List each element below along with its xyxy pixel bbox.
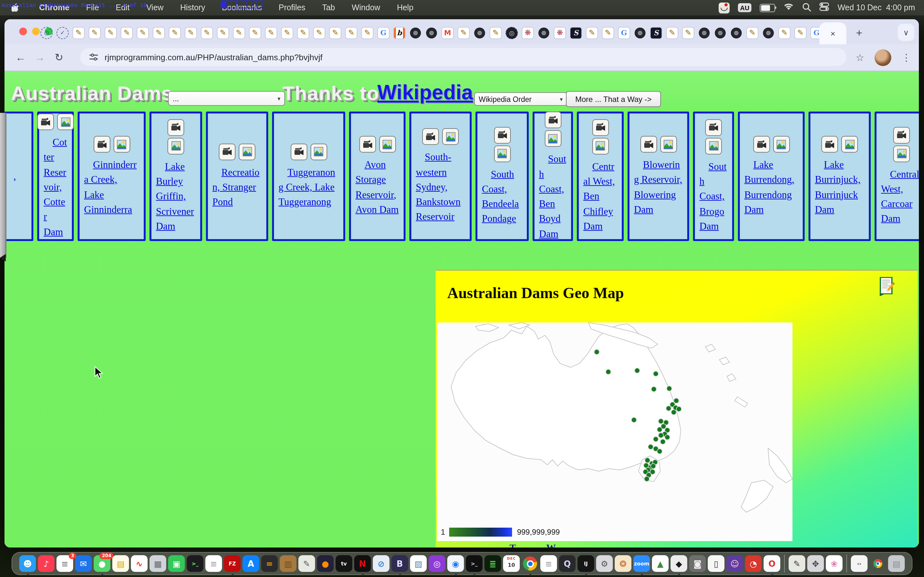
pinned-tab-pencil[interactable]: ✎ bbox=[263, 24, 279, 41]
battery-icon[interactable] bbox=[760, 3, 775, 12]
pinned-tab-chrome[interactable] bbox=[472, 24, 488, 41]
input-source-indicator[interactable]: AU bbox=[738, 3, 752, 12]
image-link-button[interactable] bbox=[310, 143, 327, 160]
pinned-tab-pencil[interactable]: ✎ bbox=[311, 24, 327, 41]
dock-icon-activity[interactable]: ∿ bbox=[131, 555, 148, 572]
pinned-tab-pencil[interactable]: ✎ bbox=[488, 24, 504, 41]
dock-icon-exec-window[interactable]: ≣ bbox=[485, 555, 501, 572]
browser-menu-icon[interactable]: ⋮ bbox=[901, 52, 911, 63]
dock-icon-image-viewer[interactable]: ▨ bbox=[410, 555, 427, 572]
dam-location-dot[interactable] bbox=[666, 406, 671, 411]
video-link-button[interactable] bbox=[544, 112, 561, 129]
pinned-tab-pencil[interactable]: ✎ bbox=[151, 24, 167, 41]
dock-icon-zoom[interactable]: zoom bbox=[633, 555, 650, 572]
dam-location-dot[interactable] bbox=[651, 387, 656, 392]
pinned-tab-pencil[interactable]: ✎ bbox=[776, 24, 792, 41]
dock-icon-opera[interactable]: O bbox=[764, 555, 780, 572]
pinned-tab-pencil[interactable]: ✎ bbox=[327, 24, 343, 41]
dam-link[interactable]: South Coast, Ben Boyd Dam bbox=[535, 152, 571, 241]
image-link-button[interactable] bbox=[113, 136, 130, 153]
dock-icon-firefox[interactable]: ● bbox=[317, 555, 334, 572]
pinned-tab-pencil[interactable]: ✎ bbox=[103, 24, 119, 41]
pinned-tab-pencil[interactable]: ✎ bbox=[183, 24, 199, 41]
reload-button[interactable]: ↻ bbox=[49, 51, 69, 63]
wifi-icon[interactable] bbox=[784, 3, 794, 13]
dam-link[interactable]: Lake Burrinjuck, Burrinjuck Dam bbox=[811, 157, 869, 217]
pinned-tab-pencil[interactable]: ✎ bbox=[87, 24, 103, 41]
dam-location-dot[interactable] bbox=[658, 419, 664, 424]
dam-location-dot[interactable] bbox=[676, 406, 682, 412]
dam-location-dot[interactable] bbox=[653, 371, 658, 376]
dam-location-dot[interactable] bbox=[644, 476, 649, 482]
pinned-tab-pencil[interactable]: ✎ bbox=[135, 24, 151, 41]
pinned-tab-pencil[interactable]: ✎ bbox=[215, 24, 231, 41]
video-link-button[interactable] bbox=[37, 113, 54, 130]
video-link-button[interactable] bbox=[753, 136, 770, 153]
image-link-button[interactable] bbox=[494, 145, 510, 162]
site-settings-icon[interactable] bbox=[89, 53, 98, 61]
dock-icon-notes[interactable]: ▤ bbox=[112, 555, 129, 572]
dam-location-dot[interactable] bbox=[657, 427, 662, 432]
dam-link[interactable]: Lake Burrendong, Burrendong Dam bbox=[740, 157, 803, 217]
menu-item-window[interactable]: Window bbox=[343, 3, 389, 12]
image-link-button[interactable] bbox=[168, 138, 184, 155]
dam-location-dot[interactable] bbox=[632, 417, 636, 422]
dock-icon-sketch[interactable]: ✎ bbox=[298, 555, 315, 572]
image-link-button[interactable] bbox=[773, 136, 790, 153]
pinned-tab-slack[interactable]: S bbox=[648, 24, 664, 41]
pinned-tab-chrome[interactable] bbox=[696, 24, 712, 41]
pinned-tab-chrome[interactable] bbox=[632, 24, 648, 41]
dam-link[interactable]: Lake Burley Griffin, Scrivener Dam bbox=[152, 159, 200, 234]
dock-icon-terminal[interactable]: >_ bbox=[187, 555, 204, 572]
app-status-icon[interactable] bbox=[719, 2, 730, 13]
menu-item-tab[interactable]: Tab bbox=[314, 3, 343, 12]
dam-location-dot[interactable] bbox=[645, 458, 650, 463]
pinned-tab-clock2[interactable]: ✓ bbox=[55, 24, 71, 41]
dock-icon-iphone-mirroring[interactable]: ▯ bbox=[708, 555, 724, 572]
pinned-tab-pencil[interactable]: ✎ bbox=[295, 24, 311, 41]
dock-icon-quicktime[interactable]: Q bbox=[559, 555, 575, 572]
dam-link[interactable]: Avon Storage Reservoir, Avon Dam bbox=[351, 157, 404, 217]
dam-location-dot[interactable] bbox=[658, 433, 664, 438]
dock-icon-podcasts[interactable]: ◎ bbox=[429, 555, 445, 572]
dock-icon-cartoon-app[interactable]: ☺ bbox=[726, 555, 743, 572]
image-link-button[interactable] bbox=[660, 136, 677, 153]
dam-link[interactable]: South-western Sydney, Bankstown Reservoi… bbox=[411, 150, 470, 224]
dock-icon-launchpad[interactable]: ▦ bbox=[150, 555, 166, 572]
australia-geo-map[interactable]: 1 999,999,999 bbox=[437, 322, 792, 541]
tab-search-button[interactable]: ∨ bbox=[898, 24, 914, 41]
image-link-button[interactable] bbox=[442, 129, 459, 145]
pinned-tab-pencil[interactable]: ✎ bbox=[359, 24, 375, 41]
image-link-button[interactable] bbox=[592, 138, 609, 155]
video-link-button[interactable] bbox=[219, 143, 236, 160]
image-link-button[interactable] bbox=[705, 138, 722, 155]
dock-icon-html-file[interactable]: ‹› bbox=[851, 555, 867, 572]
pinned-tab-gmail[interactable]: M bbox=[439, 24, 456, 41]
bookmark-star-icon[interactable]: ☆ bbox=[856, 52, 864, 63]
dam-location-dot[interactable] bbox=[657, 449, 662, 454]
dock-icon-terminal-2[interactable]: >_ bbox=[466, 555, 483, 572]
dock-icon-addressbook[interactable]: ▥ bbox=[280, 555, 296, 572]
dock-icon-document[interactable]: ≡ bbox=[540, 555, 557, 572]
pinned-tab-chrome[interactable] bbox=[536, 24, 552, 41]
address-bar[interactable]: rjmprogramming.com.au/PHP/australian_dam… bbox=[80, 48, 846, 66]
image-link-button[interactable] bbox=[239, 143, 255, 160]
notepad-pencil-icon[interactable] bbox=[878, 277, 895, 296]
dock-icon-reminders[interactable]: ≡3 bbox=[57, 555, 73, 572]
dock-icon-chrome-download[interactable] bbox=[869, 555, 886, 572]
dock-icon-trash[interactable]: ▤ bbox=[888, 555, 905, 572]
forward-button[interactable]: → bbox=[30, 52, 49, 63]
dock-icon-calendar[interactable]: DEC10 bbox=[503, 555, 520, 572]
dock-icon-draw-app[interactable]: ✎ bbox=[788, 555, 805, 572]
pinned-tab-pencil[interactable]: ✎ bbox=[167, 24, 183, 41]
dock-icon-messages[interactable]: ●204 bbox=[94, 555, 110, 572]
menubar-clock[interactable]: Wed 10 Dec 4:00 pm bbox=[838, 3, 915, 12]
video-link-button[interactable] bbox=[705, 119, 722, 136]
dock-icon-gauge-app[interactable]: ◔ bbox=[745, 555, 762, 572]
pinned-tab-google[interactable]: G bbox=[616, 24, 632, 41]
video-link-button[interactable] bbox=[592, 119, 609, 136]
dam-location-dot[interactable] bbox=[660, 439, 666, 444]
pinned-tab-chrome[interactable] bbox=[712, 24, 728, 41]
dock-icon-settings[interactable]: ⚙ bbox=[596, 555, 613, 572]
video-link-button[interactable] bbox=[94, 136, 110, 153]
